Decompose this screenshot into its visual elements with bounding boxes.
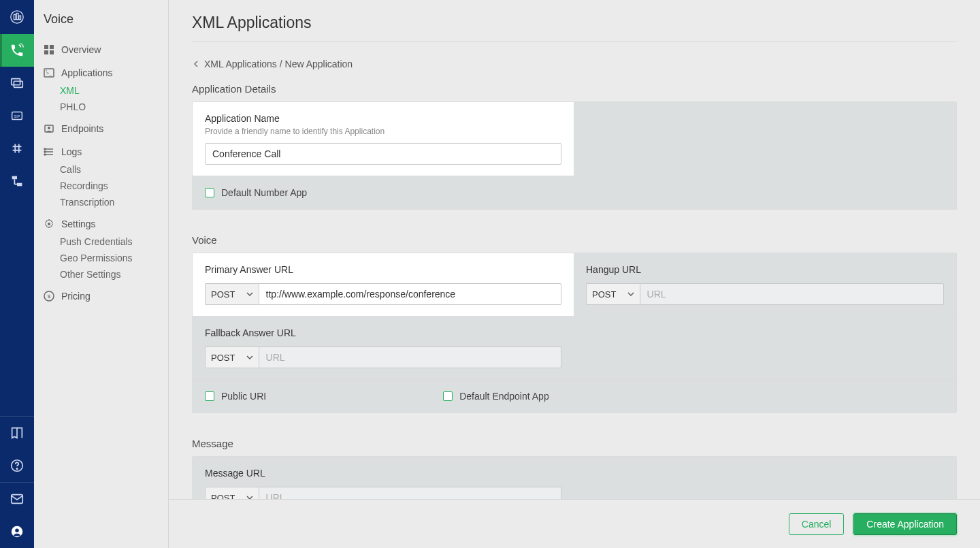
- select-primary-method[interactable]: POST: [205, 283, 259, 305]
- support-icon[interactable]: [0, 483, 34, 515]
- icon-rail-top: SIP: [0, 0, 34, 416]
- label-application-name: Application Name: [205, 113, 561, 124]
- sidebar-item-recordings[interactable]: Recordings: [34, 178, 168, 194]
- sidebar-item-settings[interactable]: Settings: [34, 214, 168, 233]
- sidebar-settings-label: Settings: [61, 219, 96, 229]
- checkbox-public-uri[interactable]: Public URI: [205, 391, 266, 402]
- label-default-endpoint-app: Default Endpoint App: [459, 391, 549, 402]
- pricing-icon: $: [44, 291, 54, 302]
- input-fallback-url[interactable]: [259, 346, 561, 368]
- chevron-down-icon: [246, 354, 253, 361]
- input-application-name[interactable]: [205, 143, 561, 165]
- sidebar-item-logs[interactable]: Logs: [34, 142, 168, 161]
- section-title-message: Message: [192, 430, 957, 456]
- label-hangup-url: Hangup URL: [586, 264, 944, 275]
- svg-point-35: [44, 154, 46, 155]
- sidebar-logs-label: Logs: [61, 146, 82, 157]
- section-title-voice: Voice: [192, 226, 957, 253]
- sidebar-item-endpoints[interactable]: Endpoints: [34, 119, 168, 138]
- sidebar-item-other-settings[interactable]: Other Settings: [34, 266, 168, 283]
- sidebar-item-push[interactable]: Push Credentials: [34, 233, 168, 250]
- breadcrumb[interactable]: XML Applications / New Application: [169, 49, 980, 75]
- chevron-left-icon: [192, 60, 200, 68]
- sip-icon[interactable]: SIP: [0, 99, 34, 132]
- icon-rail: SIP: [0, 0, 34, 548]
- svg-rect-1: [14, 14, 16, 19]
- svg-text:$: $: [48, 293, 51, 300]
- label-default-number-app: Default Number App: [221, 187, 307, 198]
- main-header: XML Applications: [169, 0, 980, 49]
- sidebar-product-title: Voice: [34, 8, 168, 36]
- overview-icon: [44, 44, 54, 55]
- docs-icon[interactable]: [0, 417, 34, 449]
- breadcrumb-text: XML Applications / New Application: [204, 59, 353, 69]
- input-hangup-url[interactable]: [640, 283, 944, 305]
- icon-rail-bottom: [0, 416, 34, 548]
- sidebar-item-xml[interactable]: XML: [34, 82, 168, 99]
- select-hangup-method[interactable]: POST: [586, 283, 640, 305]
- sidebar-item-pricing[interactable]: $ Pricing: [34, 287, 168, 306]
- select-fallback-method[interactable]: POST: [205, 346, 259, 368]
- sidebar-item-applications[interactable]: >_ Applications: [34, 63, 168, 82]
- zentrunk-icon[interactable]: [0, 165, 34, 197]
- svg-rect-23: [44, 50, 48, 54]
- cell-fallback-answer: Fallback Answer URL POST: [193, 317, 574, 379]
- svg-rect-22: [50, 45, 54, 49]
- svg-rect-2: [16, 14, 18, 20]
- sidebar-item-calls[interactable]: Calls: [34, 161, 168, 178]
- help-icon[interactable]: [0, 449, 34, 482]
- voice-icon[interactable]: [0, 34, 34, 67]
- svg-point-34: [44, 151, 46, 152]
- section-title-app-details: Application Details: [192, 75, 957, 101]
- svg-point-29: [48, 127, 50, 129]
- cell-hangup-url: Hangup URL POST: [574, 253, 956, 316]
- label-message-url: Message URL: [205, 468, 561, 479]
- sidebar-item-transcription[interactable]: Transcription: [34, 194, 168, 210]
- page-title: XML Applications: [192, 14, 957, 32]
- sidebar-applications-label: Applications: [61, 67, 113, 78]
- svg-point-17: [16, 468, 17, 469]
- applications-icon: >_: [44, 67, 54, 78]
- logo-icon[interactable]: [0, 0, 34, 34]
- create-application-button[interactable]: Create Application: [853, 513, 957, 535]
- label-primary-answer: Primary Answer URL: [205, 264, 561, 275]
- svg-rect-21: [44, 45, 48, 49]
- endpoints-icon: [44, 123, 54, 134]
- chevron-down-icon: [246, 291, 253, 297]
- numbers-icon[interactable]: [0, 132, 34, 165]
- footer-bar: Cancel Create Application: [169, 499, 980, 548]
- sidebar: Voice Overview >_ Applications XML PHLO …: [34, 0, 169, 548]
- svg-rect-3: [19, 16, 21, 20]
- sidebar-item-geo[interactable]: Geo Permissions: [34, 250, 168, 266]
- svg-rect-12: [12, 176, 17, 180]
- messaging-icon[interactable]: [0, 67, 34, 99]
- label-fallback-answer: Fallback Answer URL: [205, 327, 561, 338]
- label-public-uri: Public URI: [221, 391, 266, 402]
- sidebar-endpoints-label: Endpoints: [61, 123, 103, 134]
- settings-icon: [44, 219, 54, 229]
- cell-default-number: Default Number App: [193, 176, 956, 209]
- input-primary-url[interactable]: [259, 283, 561, 305]
- hint-application-name: Provide a friendly name to identify this…: [205, 127, 561, 136]
- logs-icon: [44, 146, 54, 157]
- cell-primary-answer: Primary Answer URL POST: [193, 253, 574, 316]
- checkbox-default-endpoint-app[interactable]: Default Endpoint App: [443, 391, 549, 402]
- card-application-details: Application Name Provide a friendly name…: [192, 101, 957, 210]
- cancel-button[interactable]: Cancel: [789, 513, 845, 535]
- sidebar-overview-label: Overview: [61, 44, 101, 55]
- sidebar-item-phlo[interactable]: PHLO: [34, 99, 168, 115]
- sidebar-pricing-label: Pricing: [61, 291, 91, 302]
- main-content: XML Applications XML Applications / New …: [169, 0, 980, 548]
- svg-point-36: [48, 223, 50, 225]
- chevron-down-icon: [627, 291, 634, 297]
- svg-point-20: [15, 528, 19, 532]
- sidebar-item-overview[interactable]: Overview: [34, 40, 168, 59]
- svg-rect-5: [14, 81, 22, 87]
- avatar-icon[interactable]: [0, 515, 34, 548]
- svg-rect-24: [50, 50, 54, 54]
- svg-rect-13: [17, 183, 22, 187]
- checkbox-icon: [205, 188, 214, 197]
- checkbox-default-number-app[interactable]: Default Number App: [205, 187, 944, 198]
- card-voice: Primary Answer URL POST Hangup URL: [192, 253, 957, 413]
- checkbox-icon: [205, 391, 214, 401]
